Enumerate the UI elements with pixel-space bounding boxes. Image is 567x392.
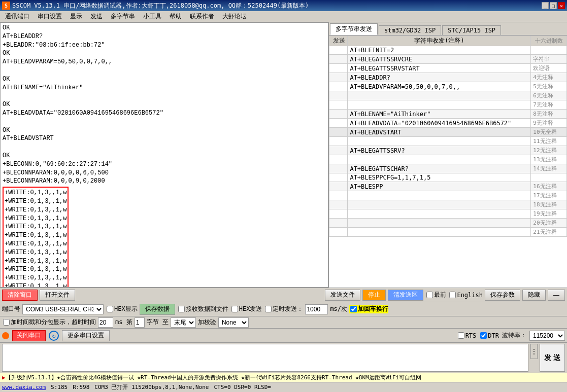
terminal-output[interactable]: OK AT+BLEADDR? +BLEADDR:"08:b6:1f:ee:bb:… (1, 23, 328, 287)
terminal-line (3, 66, 326, 75)
send-area-resize[interactable]: ⋮ (530, 344, 538, 359)
more-settings-btn[interactable]: 更多串口设置 (62, 330, 110, 341)
dash-btn[interactable]: — (548, 290, 565, 301)
english-checkbox[interactable] (449, 292, 456, 298)
write-line: +WRITE:0,1,3,,1,w (5, 274, 66, 282)
terminal-line: AT+BLEADVPARAM=50,50,0,0,7,0,, (3, 58, 326, 66)
scheduled-send-label: 定时发送： (264, 305, 303, 313)
menubar: 通讯端口 串口设置 显示 发送 多字节串 小工具 帮助 联系作者 大虾论坛 (0, 11, 567, 22)
dtr-checkbox[interactable] (480, 332, 487, 339)
ms-label: ms 第 (115, 318, 132, 327)
clear-send-btn[interactable]: 清发送区 (388, 290, 423, 301)
timestamp-checkbox[interactable] (3, 319, 10, 326)
terminal-line: +BLECONN:0,"69:60:2c:27:27:14" (3, 160, 326, 169)
last-checkbox[interactable] (426, 292, 433, 298)
stop-btn[interactable]: 停止 (362, 290, 386, 301)
last-checkbox-label: 最前 (425, 291, 446, 299)
close-port-btn[interactable]: 关闭串口 (12, 330, 46, 341)
hex-send-checkbox[interactable] (231, 306, 238, 312)
right-tab-bar: 多字节串发送 stm32/GD32 ISP STC/IAP15 ISP (329, 22, 567, 35)
menu-display[interactable]: 显示 (66, 11, 86, 22)
terminal-line (3, 92, 326, 100)
timeout-input[interactable] (98, 317, 113, 328)
terminal-line (3, 118, 326, 126)
table-row: AT+BLEGATTSCHAR? 14无注释 (329, 164, 567, 173)
port-select[interactable]: COM3 USB-SERIAL CH340 (22, 304, 104, 314)
col-header-note: 十六进制数 (531, 36, 567, 46)
hide-btn[interactable]: 隐藏 (522, 290, 546, 301)
table-row: AT+BLESPPCFG=1,1,7,1,5 (329, 173, 567, 182)
menu-contact[interactable]: 联系作者 (186, 11, 218, 22)
col-header-num: 发送 (329, 36, 348, 46)
terminal-line: OK (3, 152, 326, 160)
hex-send-label: HEX发送 (230, 305, 262, 313)
english-checkbox-label: English (448, 292, 483, 299)
maximize-btn[interactable]: □ (550, 2, 557, 9)
write-line: +WRITE:0,1,3,,1,w (5, 240, 66, 248)
table-row: 19无注释 (329, 209, 567, 219)
timestamp-checkbox-label: 加时间戳和分包显示，超时时间 (2, 318, 96, 327)
interval-input[interactable] (305, 304, 328, 314)
baud-select[interactable]: 115200 (529, 331, 565, 341)
end-select[interactable]: 末尾 (171, 317, 196, 328)
menu-help[interactable]: 帮助 (165, 11, 186, 22)
titlebar: S SSCOM V5.13.1 串口/网络数据调试器,作者:大虾丁丁,26180… (0, 0, 567, 11)
dtr-label: DTR (479, 332, 499, 339)
send-input[interactable] (2, 344, 528, 372)
menu-comm-port[interactable]: 通讯端口 (1, 11, 34, 22)
checksum-label: 加校验 (198, 318, 216, 327)
website-link[interactable]: www.daxia.com (2, 384, 46, 390)
refresh-icon[interactable]: ↻ (49, 331, 59, 341)
terminal-line: OK (3, 126, 326, 135)
write-line: +WRITE:0,1,3,,1,w (5, 248, 66, 257)
command-table-area[interactable]: 发送 字符串收发(注释) 十六进制数 AT+BLEINIT=2 (329, 35, 567, 288)
terminal-line: AT+BLEADVDATA="0201060A0941695468696E6B6… (3, 109, 326, 118)
scheduled-send-checkbox[interactable] (265, 306, 272, 312)
write-line: +WRITE:0,1,3,,1,w (5, 231, 66, 240)
write-line: +WRITE:0,1,3,,1,w (5, 282, 66, 287)
table-row: AT+BLEINIT=2 (329, 46, 567, 55)
save-data-btn[interactable]: 保存数据 (140, 304, 175, 315)
table-row: AT+BLESPP 16无注释 (329, 182, 567, 191)
r-counter: R:598 (73, 384, 89, 390)
menu-multistring[interactable]: 多字节串 (107, 11, 139, 22)
tab-stm32[interactable]: stm32/GD32 ISP (379, 25, 441, 35)
add-cr-checkbox[interactable] (350, 306, 357, 312)
send-btn[interactable]: 发 送 (540, 344, 565, 372)
port-indicator (2, 332, 9, 339)
save-params-btn[interactable]: 保存参数 (485, 290, 520, 301)
table-row: AT+BLEADVDATA="0201060A0941695468696E6B6… (329, 119, 567, 128)
minimize-btn[interactable]: _ (542, 2, 549, 9)
menu-serial-settings[interactable]: 串口设置 (34, 11, 66, 22)
table-row: AT+BLEGATTSSRVCRE 字符串 (329, 55, 567, 64)
menu-tools[interactable]: 小工具 (139, 11, 165, 22)
command-table: 发送 字符串收发(注释) 十六进制数 AT+BLEINIT=2 (329, 35, 567, 237)
close-btn[interactable]: ✕ (558, 2, 565, 9)
cts-dsr: CTS=0 DSR=0 RLSD= (214, 384, 271, 390)
clear-window-btn[interactable]: 清除窗口 (2, 290, 38, 301)
menu-forum[interactable]: 大虾论坛 (218, 11, 251, 22)
hex-display-checkbox[interactable] (107, 306, 113, 312)
upgrade-icon: ▶ (2, 374, 6, 381)
open-file-btn[interactable]: 打开文件 (40, 290, 75, 301)
rts-checkbox[interactable] (458, 332, 464, 339)
table-row: AT+BLEGATTSSRV? 12无注释 (329, 146, 567, 155)
tab-stc[interactable]: STC/IAP15 ISP (442, 25, 501, 35)
checksum-select[interactable]: None (218, 317, 249, 328)
recv-to-file-checkbox[interactable] (178, 306, 185, 312)
control-row: 关闭串口 ↻ 更多串口设置 RTS DTR 波特率： 115200 (0, 328, 567, 342)
terminal-line: +BLEADDR:"08:b6:1f:ee:bb:72" (3, 41, 326, 50)
table-row: AT+BLEADVPARAM=50,50,0,0,7,0,, 5无注释 (329, 82, 567, 91)
write-line: +WRITE:0,1,3,,1,w (5, 257, 66, 266)
com-status: COM3 已打开 115200bps,8,1,None,None (94, 383, 209, 391)
send-file-btn[interactable]: 发送文件 (325, 290, 360, 301)
title-text: SSCOM V5.13.1 串口/网络数据调试器,作者:大虾丁丁,2618058… (12, 2, 309, 10)
tab-multistring[interactable]: 多字节串发送 (330, 23, 378, 35)
rts-label: RTS (457, 332, 477, 339)
baud-label: 波特率： (502, 331, 526, 340)
table-row: 7无注释 (329, 100, 567, 110)
terminal-line: +BLECONNPARAM:0,0,0,9,0,2000 (3, 177, 326, 186)
byte-num-input[interactable] (135, 317, 145, 328)
table-row: 20无注释 (329, 219, 567, 228)
menu-send[interactable]: 发送 (86, 11, 107, 22)
